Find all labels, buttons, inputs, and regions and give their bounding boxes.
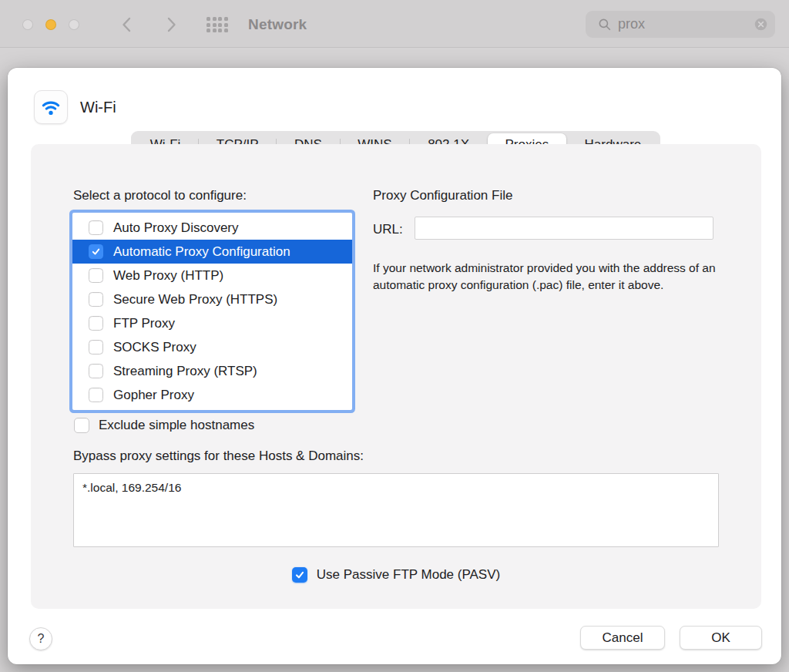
- protocol-row[interactable]: Streaming Proxy (RTSP): [72, 359, 352, 383]
- chevron-right-icon: [169, 18, 175, 31]
- passive-ftp-row[interactable]: Use Passive FTP Mode (PASV): [31, 567, 761, 583]
- url-label: URL:: [373, 222, 403, 237]
- checkbox[interactable]: [89, 388, 103, 402]
- close-button[interactable]: [22, 19, 33, 30]
- exclude-hostnames-row[interactable]: Exclude simple hostnames: [74, 418, 254, 433]
- network-proxies-sheet: Wi-Fi Wi-FiTCP/IPDNSWINS802.1XProxiesHar…: [8, 68, 781, 664]
- search-field[interactable]: [586, 11, 775, 38]
- protocol-list[interactable]: Auto Proxy DiscoveryAutomatic Proxy Conf…: [72, 213, 352, 410]
- forward-button[interactable]: [161, 15, 181, 35]
- chevron-left-icon: [124, 18, 130, 31]
- show-all-grid-icon[interactable]: [206, 17, 228, 32]
- passive-ftp-label: Use Passive FTP Mode (PASV): [317, 567, 500, 583]
- clear-search-icon[interactable]: [754, 18, 767, 31]
- protocol-label: Auto Proxy Discovery: [113, 220, 239, 236]
- window-controls: [22, 19, 79, 30]
- protocol-label: Automatic Proxy Configuration: [113, 244, 290, 260]
- protocol-row[interactable]: Auto Proxy Discovery: [72, 216, 352, 240]
- service-name: Wi-Fi: [80, 99, 116, 116]
- protocol-label: Secure Web Proxy (HTTPS): [113, 292, 277, 307]
- window-title: Network: [248, 16, 307, 33]
- protocol-label: FTP Proxy: [113, 316, 175, 331]
- protocol-row[interactable]: Secure Web Proxy (HTTPS): [72, 287, 352, 311]
- checkbox[interactable]: [89, 340, 103, 354]
- bypass-textarea[interactable]: *.local, 169.254/16: [73, 473, 719, 547]
- protocol-row[interactable]: Gopher Proxy: [72, 383, 352, 407]
- checkmark-icon: [93, 250, 99, 254]
- protocol-row[interactable]: Automatic Proxy Configuration: [72, 240, 352, 264]
- back-button[interactable]: [117, 15, 137, 35]
- checkbox[interactable]: [89, 364, 103, 378]
- window-titlebar: Network: [0, 0, 789, 48]
- protocol-label: Gopher Proxy: [113, 388, 194, 403]
- proxies-panel: Select a protocol to configure: Auto Pro…: [31, 144, 761, 609]
- bypass-label: Bypass proxy settings for these Hosts & …: [73, 449, 364, 464]
- zoom-button[interactable]: [69, 19, 79, 30]
- protocol-label: Streaming Proxy (RTSP): [113, 364, 257, 379]
- cancel-button[interactable]: Cancel: [580, 626, 665, 650]
- proxy-config-heading: Proxy Configuration File: [373, 188, 512, 203]
- minimize-button[interactable]: [45, 19, 56, 30]
- ok-button[interactable]: OK: [680, 626, 762, 650]
- protocol-label: SOCKS Proxy: [113, 340, 196, 355]
- checkbox[interactable]: [89, 268, 103, 283]
- exclude-hostnames-label: Exclude simple hostnames: [99, 418, 254, 433]
- proxy-config-note: If your network administrator provided y…: [373, 260, 729, 293]
- protocol-row[interactable]: Web Proxy (HTTP): [72, 264, 352, 287]
- checkmark-icon: [297, 573, 303, 578]
- search-icon: [598, 18, 612, 32]
- protocol-row[interactable]: SOCKS Proxy: [72, 335, 352, 359]
- checkbox[interactable]: [89, 244, 103, 259]
- checkbox[interactable]: [89, 220, 103, 235]
- url-input[interactable]: [415, 217, 713, 240]
- exclude-hostnames-checkbox[interactable]: [74, 418, 89, 433]
- passive-ftp-checkbox[interactable]: [292, 567, 307, 583]
- protocol-list-label: Select a protocol to configure:: [73, 188, 247, 203]
- protocol-label: Web Proxy (HTTP): [113, 268, 223, 284]
- help-button[interactable]: ?: [29, 627, 52, 650]
- wifi-icon: [34, 90, 68, 124]
- checkbox[interactable]: [89, 316, 103, 331]
- search-input[interactable]: [618, 16, 754, 32]
- checkbox[interactable]: [89, 292, 103, 307]
- protocol-row[interactable]: FTP Proxy: [72, 311, 352, 335]
